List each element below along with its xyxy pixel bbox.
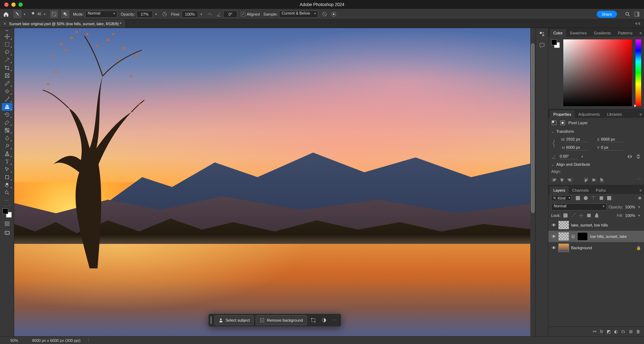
crop-tool[interactable] <box>2 64 12 72</box>
visibility-toggle[interactable]: 👁 <box>551 223 556 228</box>
airbrush-toggle[interactable] <box>207 11 213 17</box>
align-top-icon[interactable] <box>583 177 589 183</box>
color-spectrum[interactable] <box>563 39 632 106</box>
align-left-icon[interactable] <box>551 177 557 183</box>
tab-patterns[interactable]: Patterns <box>615 29 636 37</box>
tab-swatches[interactable]: Swatches <box>566 29 590 37</box>
zoom-level[interactable]: 50% <box>4 338 25 343</box>
search-icon[interactable] <box>625 11 630 17</box>
flip-v-icon[interactable] <box>635 154 641 159</box>
mask-add-icon[interactable]: ◩ <box>607 329 611 334</box>
workspace-icon[interactable] <box>634 11 640 17</box>
path-select-tool[interactable] <box>2 165 12 173</box>
quick-mask-toggle[interactable] <box>2 220 12 228</box>
lasso-tool[interactable] <box>2 48 12 56</box>
eyedropper-tool[interactable] <box>2 80 12 87</box>
ignore-adjustment-toggle[interactable] <box>322 11 327 17</box>
window-zoom[interactable] <box>18 2 23 7</box>
edit-toolbar[interactable]: ⋯ <box>2 197 12 204</box>
brush-tool[interactable] <box>2 95 12 103</box>
blur-tool[interactable] <box>2 134 12 142</box>
align-right-icon[interactable] <box>567 177 573 183</box>
hand-tool[interactable] <box>2 181 12 189</box>
toolbar-handle[interactable]: ▸▸ <box>6 29 9 32</box>
move-tool[interactable] <box>2 33 12 40</box>
fill-value[interactable]: 100% <box>625 213 635 218</box>
history-brush-tool[interactable] <box>2 111 12 119</box>
layer-blendmode-select[interactable]: Normal <box>551 203 607 211</box>
ctx-more-icon[interactable]: ⋯ <box>331 316 339 324</box>
layers-panel-menu-icon[interactable]: ≡ <box>638 187 644 194</box>
height-input[interactable] <box>566 144 588 151</box>
dock-comments-icon[interactable] <box>539 42 545 49</box>
align-vcenter-icon[interactable] <box>591 177 597 183</box>
shape-tool[interactable] <box>2 173 12 181</box>
window-minimize[interactable] <box>11 2 16 7</box>
document-tab[interactable]: × Sunset lake original.psd @ 50% (low hi… <box>0 20 125 28</box>
clone-stamp-tool[interactable] <box>2 103 12 111</box>
dock-panel-icon-1[interactable] <box>539 31 545 37</box>
fx-icon[interactable]: fx <box>600 329 603 334</box>
pen-tool[interactable] <box>2 150 12 158</box>
clone-source-toggle[interactable] <box>61 10 69 18</box>
type-tool[interactable] <box>2 158 12 165</box>
home-button[interactable] <box>2 10 10 18</box>
angle-prop-input[interactable] <box>560 153 578 159</box>
ctx-adjustment-icon[interactable] <box>320 316 328 324</box>
tab-color[interactable]: Color <box>550 29 566 37</box>
tab-adjustments[interactable]: Adjustments <box>575 110 603 118</box>
eraser-tool[interactable] <box>2 119 12 126</box>
brush-size-value[interactable]: 46 <box>37 12 41 16</box>
layer-mask-thumb[interactable] <box>577 232 588 241</box>
lock-pixels-icon[interactable] <box>570 213 576 218</box>
document-canvas[interactable]: Select subject Remove background ⋯ <box>14 28 535 336</box>
lock-position-icon[interactable] <box>578 213 584 218</box>
flow-input[interactable]: 100% <box>182 11 198 18</box>
tab-close-icon[interactable]: × <box>4 21 6 26</box>
align-hcenter-icon[interactable] <box>559 177 565 183</box>
hue-slider[interactable] <box>635 39 641 106</box>
select-subject-button[interactable]: Select subject <box>215 315 254 325</box>
aligned-checkbox[interactable]: ✓ <box>241 12 245 16</box>
marquee-tool[interactable] <box>2 40 12 48</box>
tab-libraries[interactable]: Libraries <box>603 110 626 118</box>
angle-prop-chevron[interactable]: ▾ <box>580 155 584 158</box>
x-input[interactable] <box>601 136 623 142</box>
tab-paths[interactable]: Paths <box>592 186 610 194</box>
brush-settings-toggle[interactable] <box>50 10 58 18</box>
foreground-background-swatch[interactable] <box>2 208 12 218</box>
opacity-input[interactable]: 27% <box>136 11 153 18</box>
status-flyout-icon[interactable]: 〉 <box>87 338 91 343</box>
layer-add-icon[interactable]: ⊞ <box>629 329 633 334</box>
layer-name-label[interactable]: low hills, sunset, lake <box>590 234 627 239</box>
visibility-toggle[interactable]: 👁 <box>551 234 556 239</box>
y-input[interactable] <box>601 144 623 151</box>
color-panel-menu-icon[interactable]: ≡ <box>638 29 644 37</box>
layer-row[interactable]: 👁lake, sunset, low hills <box>548 219 644 231</box>
layer-delete-icon[interactable]: 🗑 <box>636 329 640 334</box>
layer-link-icon[interactable]: ⛓ <box>571 234 575 239</box>
zoom-tool[interactable] <box>2 189 12 197</box>
vertical-scrollbar[interactable] <box>530 28 535 336</box>
share-button[interactable]: Share <box>597 11 617 18</box>
healing-tool[interactable] <box>2 87 12 95</box>
tab-layers[interactable]: Layers <box>550 186 569 194</box>
fill-chevron[interactable]: ▾ <box>637 214 641 217</box>
visibility-toggle[interactable]: 👁 <box>551 245 556 251</box>
flip-h-icon[interactable] <box>627 154 633 159</box>
transform-section-toggle[interactable]: Transform <box>548 128 644 135</box>
layer-filter-kind[interactable]: Kind <box>551 195 571 201</box>
gradient-tool[interactable] <box>2 126 12 134</box>
filter-pixel-icon[interactable] <box>575 195 581 201</box>
link-layers-icon[interactable]: ⚯ <box>593 329 596 334</box>
tool-preset-chevron[interactable]: ▾ <box>23 12 27 16</box>
flow-chevron[interactable]: ▾ <box>199 12 203 16</box>
filter-type-icon[interactable] <box>591 195 596 201</box>
angle-input[interactable]: 0° <box>223 11 237 18</box>
layer-opacity-chevron[interactable]: ▾ <box>637 205 641 209</box>
screen-mode-toggle[interactable] <box>2 229 12 237</box>
filter-smart-icon[interactable] <box>606 195 612 201</box>
layer-thumb[interactable] <box>558 244 569 252</box>
layer-row[interactable]: 👁Background🔒 <box>548 242 644 253</box>
color-fgbg-swatch[interactable] <box>551 39 560 48</box>
